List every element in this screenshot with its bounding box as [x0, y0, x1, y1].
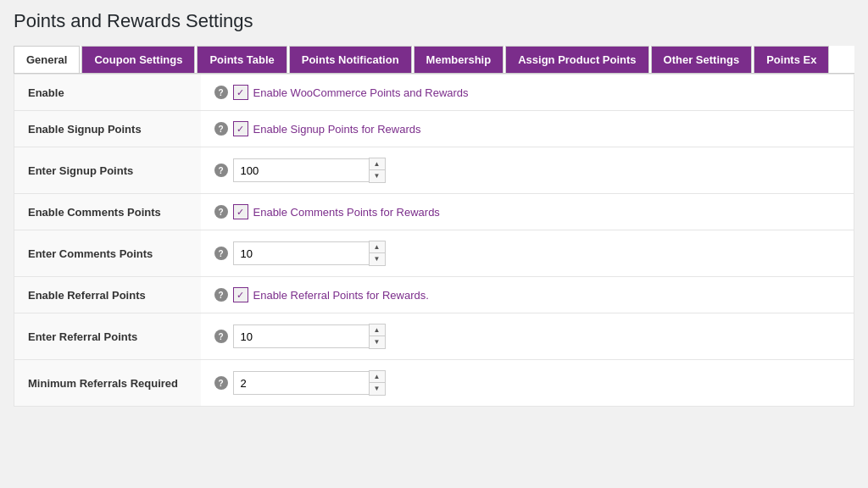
- row-label-enable-signup-points: Enable Signup Points: [14, 111, 201, 147]
- checkbox-label-enable-signup-points[interactable]: Enable Signup Points for Rewards: [253, 123, 421, 136]
- tab-coupon-settings[interactable]: Coupon Settings: [81, 46, 195, 73]
- row-enter-signup-points: Enter Signup Points?▲▼: [14, 147, 854, 194]
- settings-table: Enable?✓Enable WooCommerce Points and Re…: [14, 74, 854, 407]
- row-content-enable-signup-points: ?✓Enable Signup Points for Rewards: [201, 111, 854, 147]
- checkbox-label-enable[interactable]: Enable WooCommerce Points and Rewards: [253, 86, 469, 99]
- row-content-enter-referral-points: ?▲▼: [201, 313, 854, 360]
- tab-general[interactable]: General: [14, 46, 80, 73]
- spinner-up-enter-referral-points[interactable]: ▲: [370, 324, 385, 336]
- page-wrapper: Points and Rewards Settings GeneralCoupo…: [0, 0, 868, 488]
- page-title: Points and Rewards Settings: [14, 10, 854, 32]
- help-icon-enable-signup-points[interactable]: ?: [214, 122, 228, 136]
- spinner-up-enter-signup-points[interactable]: ▲: [370, 158, 385, 170]
- row-enable-referral-points: Enable Referral Points?✓Enable Referral …: [14, 277, 854, 313]
- checkbox-icon-enable[interactable]: ✓: [233, 85, 248, 100]
- row-enable-comments-points: Enable Comments Points?✓Enable Comments …: [14, 194, 854, 230]
- row-content-enable-referral-points: ?✓Enable Referral Points for Rewards.: [201, 277, 854, 313]
- spinner-down-enter-referral-points[interactable]: ▼: [370, 336, 385, 348]
- spinner-down-minimum-referrals-required[interactable]: ▼: [370, 383, 385, 395]
- help-icon-enable[interactable]: ?: [214, 86, 228, 99]
- spinner-up-enter-comments-points[interactable]: ▲: [370, 241, 385, 253]
- tab-membership[interactable]: Membership: [414, 46, 504, 73]
- help-icon-enter-comments-points[interactable]: ?: [214, 247, 228, 260]
- tab-points-ex[interactable]: Points Ex: [754, 46, 829, 73]
- row-content-enter-comments-points: ?▲▼: [201, 230, 854, 277]
- number-input-enter-referral-points[interactable]: [233, 324, 369, 348]
- row-label-minimum-referrals-required: Minimum Referrals Required: [14, 360, 201, 407]
- row-enter-comments-points: Enter Comments Points?▲▼: [14, 230, 854, 277]
- row-content-enter-signup-points: ?▲▼: [201, 147, 854, 194]
- spinner-enter-comments-points: ▲▼: [369, 241, 386, 266]
- help-icon-minimum-referrals-required[interactable]: ?: [214, 376, 228, 390]
- row-label-enter-referral-points: Enter Referral Points: [14, 313, 201, 360]
- row-label-enter-signup-points: Enter Signup Points: [14, 147, 201, 194]
- checkbox-icon-enable-referral-points[interactable]: ✓: [233, 287, 248, 302]
- row-content-minimum-referrals-required: ?▲▼: [201, 360, 854, 407]
- number-input-wrapper-enter-comments-points: ▲▼: [233, 241, 386, 266]
- row-label-enter-comments-points: Enter Comments Points: [14, 230, 201, 277]
- row-minimum-referrals-required: Minimum Referrals Required?▲▼: [14, 360, 854, 407]
- number-input-enter-signup-points[interactable]: [233, 158, 369, 182]
- row-enable: Enable?✓Enable WooCommerce Points and Re…: [14, 75, 854, 111]
- spinner-up-minimum-referrals-required[interactable]: ▲: [370, 371, 385, 383]
- help-icon-enter-referral-points[interactable]: ?: [214, 330, 228, 343]
- number-input-enter-comments-points[interactable]: [233, 241, 369, 265]
- spinner-down-enter-signup-points[interactable]: ▼: [370, 170, 385, 182]
- spinner-enter-referral-points: ▲▼: [369, 324, 386, 349]
- tab-assign-product-points[interactable]: Assign Product Points: [505, 46, 648, 73]
- tabs-bar: GeneralCoupon SettingsPoints TablePoints…: [14, 46, 854, 74]
- row-enter-referral-points: Enter Referral Points?▲▼: [14, 313, 854, 360]
- row-content-enable-comments-points: ?✓Enable Comments Points for Rewards: [201, 194, 854, 230]
- row-label-enable-comments-points: Enable Comments Points: [14, 194, 201, 230]
- row-content-enable: ?✓Enable WooCommerce Points and Rewards: [201, 75, 854, 111]
- number-input-wrapper-enter-referral-points: ▲▼: [233, 324, 386, 349]
- row-label-enable: Enable: [14, 75, 201, 111]
- help-icon-enter-signup-points[interactable]: ?: [214, 164, 228, 177]
- checkbox-label-enable-comments-points[interactable]: Enable Comments Points for Rewards: [253, 206, 440, 219]
- number-input-wrapper-minimum-referrals-required: ▲▼: [233, 370, 386, 396]
- checkbox-icon-enable-comments-points[interactable]: ✓: [233, 204, 248, 219]
- help-icon-enable-referral-points[interactable]: ?: [214, 288, 228, 302]
- spinner-down-enter-comments-points[interactable]: ▼: [370, 253, 385, 265]
- tab-points-notification[interactable]: Points Notification: [289, 46, 412, 73]
- number-input-minimum-referrals-required[interactable]: [233, 371, 369, 395]
- tab-points-table[interactable]: Points Table: [197, 46, 287, 73]
- checkbox-label-enable-referral-points[interactable]: Enable Referral Points for Rewards.: [253, 289, 429, 302]
- row-enable-signup-points: Enable Signup Points?✓Enable Signup Poin…: [14, 111, 854, 147]
- help-icon-enable-comments-points[interactable]: ?: [214, 205, 228, 219]
- tab-other-settings[interactable]: Other Settings: [651, 46, 753, 73]
- spinner-minimum-referrals-required: ▲▼: [369, 370, 386, 396]
- number-input-wrapper-enter-signup-points: ▲▼: [233, 158, 386, 183]
- spinner-enter-signup-points: ▲▼: [369, 158, 386, 183]
- row-label-enable-referral-points: Enable Referral Points: [14, 277, 201, 313]
- checkbox-icon-enable-signup-points[interactable]: ✓: [233, 121, 248, 136]
